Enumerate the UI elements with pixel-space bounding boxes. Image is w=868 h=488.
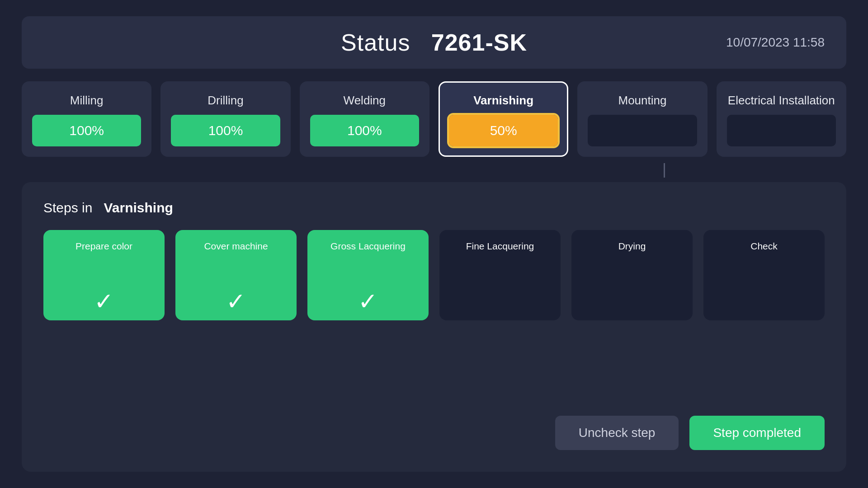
stage-progress-electrical: [727, 115, 836, 146]
stage-card-varnishing[interactable]: Varnishing50%: [439, 81, 568, 157]
step-card-gross-lacquering[interactable]: Gross Lacquering✓: [307, 230, 429, 320]
uncheck-step-button[interactable]: Uncheck step: [555, 416, 679, 450]
stage-name-welding: Welding: [344, 94, 386, 108]
stage-name-varnishing: Varnishing: [473, 94, 533, 108]
stage-progress-varnishing: 50%: [449, 115, 558, 146]
step-card-prepare-color[interactable]: Prepare color✓: [43, 230, 165, 320]
stage-progress-drilling: 100%: [171, 115, 280, 146]
steps-panel: Steps in Varnishing Prepare color✓Cover …: [22, 182, 846, 472]
stage-card-welding[interactable]: Welding100%: [300, 81, 429, 157]
stage-name-electrical: Electrical Installation: [728, 94, 835, 108]
stage-progress-mounting: [588, 115, 697, 146]
steps-title-prefix: Steps in: [43, 200, 92, 215]
step-card-check[interactable]: Check: [703, 230, 825, 320]
stage-progress-milling: 100%: [32, 115, 141, 146]
header: Status 7261-SK 10/07/2023 11:58: [22, 16, 846, 69]
steps-title-stage: Varnishing: [104, 200, 173, 215]
stage-card-mounting[interactable]: Mounting: [577, 81, 707, 157]
title-id: 7261-SK: [431, 29, 527, 56]
page-title: Status 7261-SK: [341, 29, 527, 56]
step-card-cover-machine[interactable]: Cover machine✓: [175, 230, 297, 320]
stages-row: Milling100%Drilling100%Welding100%Varnis…: [22, 81, 846, 157]
stage-progress-welding: 100%: [310, 115, 419, 146]
header-datetime: 10/07/2023 11:58: [726, 35, 825, 50]
step-label-drying: Drying: [618, 241, 646, 252]
connector-line: [664, 163, 665, 178]
stage-card-drilling[interactable]: Drilling100%: [160, 81, 290, 157]
step-check-icon-prepare-color: ✓: [94, 290, 114, 313]
step-card-drying[interactable]: Drying: [571, 230, 693, 320]
stage-name-milling: Milling: [70, 94, 104, 108]
step-label-cover-machine: Cover machine: [204, 241, 268, 252]
stage-name-drilling: Drilling: [208, 94, 243, 108]
actions: Uncheck step Step completed: [43, 416, 825, 450]
stage-card-milling[interactable]: Milling100%: [22, 81, 151, 157]
stage-name-mounting: Mounting: [618, 94, 666, 108]
step-label-fine-lacquering: Fine Lacquering: [466, 241, 534, 252]
step-label-check: Check: [750, 241, 778, 252]
steps-title: Steps in Varnishing: [43, 200, 825, 216]
step-check-icon-cover-machine: ✓: [226, 290, 246, 313]
step-label-prepare-color: Prepare color: [75, 241, 132, 252]
title-prefix: Status: [341, 29, 410, 56]
step-completed-button[interactable]: Step completed: [689, 416, 825, 450]
step-label-gross-lacquering: Gross Lacquering: [330, 241, 406, 252]
step-check-icon-gross-lacquering: ✓: [358, 290, 378, 313]
step-card-fine-lacquering[interactable]: Fine Lacquering: [439, 230, 561, 320]
stage-card-electrical[interactable]: Electrical Installation: [717, 81, 846, 157]
steps-grid: Prepare color✓Cover machine✓Gross Lacque…: [43, 230, 825, 401]
